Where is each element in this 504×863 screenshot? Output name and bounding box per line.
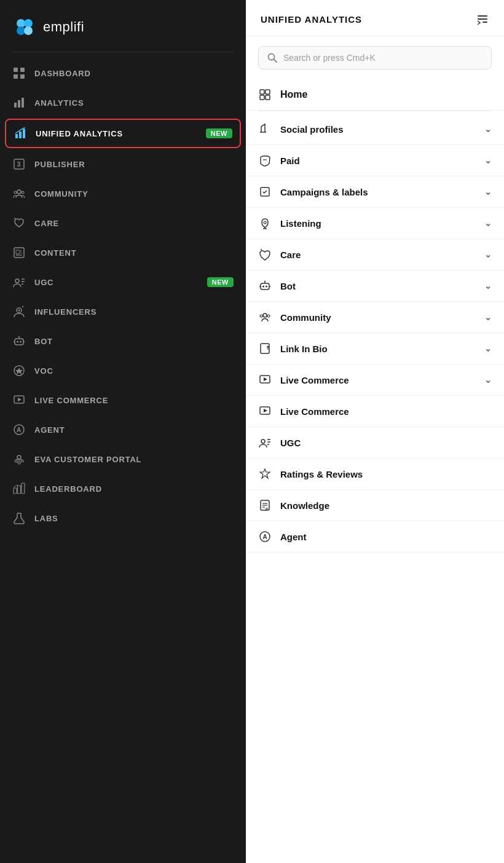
svg-point-2 [17,26,25,35]
menu-item-live-commerce-2[interactable]: Live Commerce [246,396,504,427]
menu-item-label: Social profiles [280,124,476,135]
sidebar-item-agent[interactable]: A AGENT [0,415,246,444]
svg-line-47 [16,459,19,460]
svg-rect-30 [15,339,23,345]
svg-line-54 [14,485,17,487]
main-panel: UNIFIED ANALYTICS Search or press Cmd+K [246,0,504,863]
svg-rect-13 [23,129,25,138]
social-profiles-icon [258,122,272,136]
sidebar-item-leaderboard[interactable]: LEADERBOARD [0,474,246,503]
menu-item-label: Care [280,250,476,260]
dashboard-icon [12,66,26,80]
main-panel-title: UNIFIED ANALYTICS [261,14,362,25]
svg-rect-19 [14,248,24,258]
svg-point-69 [264,221,266,224]
live-commerce-menu-icon [258,373,272,387]
svg-rect-20 [16,250,20,254]
menu-item-label: Link In Bio [280,344,476,354]
sidebar-divider [12,52,234,52]
sidebar-item-labs[interactable]: LABS [0,503,246,533]
sidebar-item-publisher[interactable]: 3 PUBLISHER [0,149,246,179]
sidebar-item-analytics[interactable]: ANALYTICS [0,88,246,117]
chevron-icon: ⌄ [484,312,492,322]
chevron-icon: ⌄ [484,375,492,385]
svg-rect-10 [22,98,24,108]
chevron-icon: ⌄ [484,250,492,259]
menu-item-label: Agent [280,532,492,542]
svg-point-24 [15,279,19,283]
sidebar-item-label: VOC [34,366,234,376]
paid-icon [258,154,272,167]
main-header: UNIFIED ANALYTICS [246,0,504,36]
ugc-menu-icon [258,436,272,449]
sidebar-item-label: PUBLISHER [34,160,234,169]
menu-item-label: Live Commerce [280,406,492,417]
sidebar-item-label: UGC [34,278,199,287]
menu-item-community[interactable]: Community ⌄ [246,302,504,333]
menu-item-care[interactable]: Care ⌄ [246,239,504,270]
live-commerce-icon [12,393,26,407]
svg-point-3 [24,26,33,35]
sidebar-item-label: INFLUENCERS [34,307,234,317]
menu-item-ratings-reviews[interactable]: Ratings & Reviews [246,459,504,490]
bot-menu-icon [258,279,272,293]
new-badge: NEW [206,128,232,138]
svg-point-32 [20,341,22,343]
sidebar-item-label: DASHBOARD [34,69,234,78]
menu-item-label: Bot [280,281,476,291]
ratings-reviews-icon [258,467,272,481]
emplifi-logo-icon [12,15,37,39]
leaderboard-icon [12,482,26,495]
svg-point-18 [22,191,24,194]
collapse-button[interactable] [476,12,489,26]
svg-rect-5 [20,68,25,72]
sidebar-item-label: EVA CUSTOMER PORTAL [34,455,234,464]
sidebar-item-dashboard[interactable]: DASHBOARD [0,58,246,88]
sidebar-item-community[interactable]: COMMUNITY [0,179,246,208]
sidebar-item-bot[interactable]: BOT [0,326,246,356]
sidebar-item-eva[interactable]: EVA CUSTOMER PORTAL [0,444,246,474]
menu-item-agent[interactable]: A Agent [246,521,504,553]
sidebar-item-label: UNIFIED ANALYTICS [36,129,197,138]
svg-point-31 [17,341,18,343]
menu-list: Social profiles ⌄ Paid ⌄ Campaigns & [246,111,504,555]
sidebar-item-label: AGENT [34,425,234,435]
menu-item-bot[interactable]: Bot ⌄ [246,270,504,302]
menu-item-live-commerce-1[interactable]: Live Commerce ⌄ [246,365,504,396]
menu-item-link-in-bio[interactable]: Link In Bio ⌄ [246,333,504,365]
sidebar-item-label: CARE [34,219,234,228]
labs-icon [12,511,26,525]
menu-item-campaigns-labels[interactable]: Campaigns & labels ⌄ [246,176,504,208]
sidebar-item-content[interactable]: CONTENT [0,238,246,267]
sidebar-item-care[interactable]: CARE [0,208,246,238]
home-label: Home [280,89,307,100]
voc-icon [12,364,26,377]
search-bar[interactable]: Search or press Cmd+K [258,46,492,69]
sidebar-item-voc[interactable]: VOC [0,356,246,385]
chevron-icon: ⌄ [484,218,492,228]
menu-item-listening[interactable]: Listening ⌄ [246,208,504,239]
sidebar-item-label: LABS [34,514,234,523]
menu-item-label: Campaigns & labels [280,187,476,197]
svg-rect-64 [260,95,264,100]
home-menu-item[interactable]: Home [246,79,504,111]
sidebar-item-unified-analytics[interactable]: UNIFIED ANALYTICS NEW [5,119,241,148]
menu-item-label: Listening [280,218,476,229]
sidebar-logo[interactable]: emplifi [0,0,246,52]
menu-item-label: Paid [280,156,476,166]
sidebar-item-influencers[interactable]: INFLUENCERS [0,297,246,326]
svg-rect-50 [14,488,17,494]
svg-marker-38 [15,368,23,374]
menu-item-knowledge[interactable]: Knowledge [246,490,504,521]
svg-rect-6 [14,74,18,79]
publisher-icon: 3 [12,157,26,171]
sidebar-item-live-commerce[interactable]: LIVE COMMERCE [0,385,246,415]
menu-item-paid[interactable]: Paid ⌄ [246,145,504,176]
menu-item-social-profiles[interactable]: Social profiles ⌄ [246,114,504,145]
sidebar-nav: DASHBOARD ANALYTICS [0,58,246,863]
svg-point-17 [14,191,17,194]
ugc-new-badge: NEW [207,277,234,287]
menu-item-ugc[interactable]: UGC [246,427,504,459]
svg-point-74 [262,286,264,288]
sidebar-item-ugc[interactable]: UGC NEW [0,267,246,297]
